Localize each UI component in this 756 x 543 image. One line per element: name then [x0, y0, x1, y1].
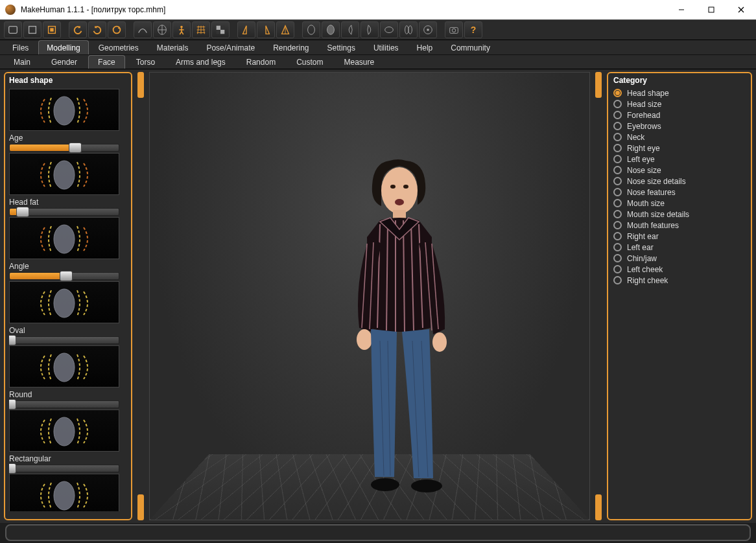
- help-button[interactable]: ?: [464, 21, 482, 38]
- sym-both-button[interactable]: [276, 21, 294, 38]
- right-divider[interactable]: [591, 72, 606, 520]
- category-option-left-eye[interactable]: Left eye: [613, 154, 746, 165]
- primary-tab-community[interactable]: Community: [442, 40, 499, 54]
- head-thumb[interactable]: [9, 217, 119, 259]
- slider-rectangular[interactable]: [9, 465, 119, 472]
- checker-button[interactable]: [211, 21, 230, 38]
- category-option-left-cheek[interactable]: Left cheek: [613, 264, 746, 275]
- category-label: Head shape: [627, 89, 669, 98]
- svg-point-32: [54, 417, 75, 446]
- slider-head-fat[interactable]: [9, 208, 119, 216]
- sym-l-button[interactable]: [237, 21, 255, 38]
- 3d-viewport[interactable]: [149, 72, 590, 520]
- head-thumb[interactable]: [9, 89, 119, 131]
- category-option-nose-size[interactable]: Nose size: [613, 165, 746, 176]
- category-option-right-ear[interactable]: Right ear: [613, 231, 746, 242]
- radio-icon: [613, 210, 622, 218]
- smooth-button[interactable]: [134, 21, 152, 38]
- category-option-head-size[interactable]: Head size: [613, 98, 746, 110]
- toolbar: ?: [0, 19, 756, 40]
- category-label: Chin/jaw: [627, 254, 657, 263]
- primary-tab-rendering[interactable]: Rendering: [265, 40, 317, 54]
- svg-point-12: [180, 26, 183, 29]
- view-front-button[interactable]: [302, 21, 320, 38]
- primary-tab-modelling[interactable]: Modelling: [38, 40, 88, 54]
- slider-round[interactable]: [9, 400, 119, 408]
- svg-point-33: [54, 481, 75, 510]
- toolbar-btn-1[interactable]: [4, 21, 22, 38]
- camera-button[interactable]: [445, 21, 463, 38]
- secondary-tab-main[interactable]: Main: [4, 55, 40, 69]
- primary-tab-help[interactable]: Help: [408, 40, 442, 54]
- secondary-tab-torso[interactable]: Torso: [126, 55, 165, 69]
- category-label: Forehead: [627, 111, 660, 120]
- category-option-mouth-size-details[interactable]: Mouth size details: [613, 209, 746, 220]
- view-back-button[interactable]: [322, 21, 340, 38]
- redo-button[interactable]: [88, 21, 106, 38]
- category-option-chin-jaw[interactable]: Chin/jaw: [613, 253, 746, 264]
- category-option-nose-features[interactable]: Nose features: [613, 187, 746, 198]
- slider-age[interactable]: [9, 144, 119, 152]
- category-option-head-shape[interactable]: Head shape: [613, 87, 746, 98]
- svg-rect-15: [220, 26, 224, 30]
- radio-icon: [613, 122, 622, 130]
- secondary-tab-measure[interactable]: Measure: [334, 55, 384, 69]
- secondary-tab-arms-and-legs[interactable]: Arms and legs: [166, 55, 235, 69]
- head-thumb[interactable]: [9, 281, 119, 323]
- sym-r-button[interactable]: [257, 21, 275, 38]
- category-label: Nose features: [627, 188, 676, 197]
- toolbar-btn-3[interactable]: [43, 21, 61, 38]
- category-option-right-eye[interactable]: Right eye: [613, 143, 746, 154]
- window-minimize-button[interactable]: [667, 0, 696, 19]
- primary-tab-settings[interactable]: Settings: [319, 40, 364, 54]
- category-option-neck[interactable]: Neck: [613, 132, 746, 143]
- wireframe-button[interactable]: [153, 21, 171, 38]
- category-option-mouth-size[interactable]: Mouth size: [613, 198, 746, 209]
- svg-point-18: [308, 25, 315, 34]
- slider-angle[interactable]: [9, 272, 119, 280]
- head-thumb[interactable]: [9, 410, 119, 452]
- radio-icon: [613, 254, 622, 262]
- slider-label: Oval: [9, 326, 127, 335]
- category-option-mouth-features[interactable]: Mouth features: [613, 220, 746, 231]
- slider-oval[interactable]: [9, 336, 119, 344]
- view-reset-button[interactable]: [419, 21, 437, 38]
- status-bar: [5, 524, 751, 541]
- head-thumb[interactable]: [9, 153, 119, 195]
- view-right-button[interactable]: [360, 21, 379, 38]
- secondary-tab-random[interactable]: Random: [237, 55, 285, 69]
- category-option-right-cheek[interactable]: Right cheek: [613, 275, 746, 286]
- secondary-tab-face[interactable]: Face: [88, 55, 125, 69]
- svg-point-20: [385, 27, 394, 33]
- head-thumb[interactable]: [9, 474, 119, 511]
- left-divider[interactable]: [134, 72, 148, 520]
- primary-tab-geometries[interactable]: Geometries: [90, 40, 147, 54]
- secondary-tab-gender[interactable]: Gender: [41, 55, 87, 69]
- slider-label: Round: [9, 390, 127, 399]
- reload-button[interactable]: [108, 21, 126, 38]
- radio-icon: [613, 155, 622, 163]
- head-thumb[interactable]: [9, 345, 119, 387]
- category-option-forehead[interactable]: Forehead: [613, 110, 746, 121]
- window-close-button[interactable]: [726, 0, 756, 19]
- primary-tab-pose/animate[interactable]: Pose/Animate: [198, 40, 263, 54]
- primary-tab-files[interactable]: Files: [4, 40, 37, 54]
- view-feet-button[interactable]: [399, 21, 418, 38]
- category-option-nose-size-details[interactable]: Nose size details: [613, 176, 746, 187]
- category-label: Right cheek: [627, 276, 668, 285]
- pose-mode-button[interactable]: [172, 21, 191, 38]
- category-option-left-ear[interactable]: Left ear: [613, 242, 746, 253]
- slider-label: Rectangular: [9, 454, 127, 463]
- category-option-eyebrows[interactable]: Eyebrows: [613, 121, 746, 132]
- view-left-button[interactable]: [341, 21, 359, 38]
- primary-tab-materials[interactable]: Materials: [148, 40, 197, 54]
- toolbar-btn-2[interactable]: [23, 21, 41, 38]
- radio-icon: [613, 199, 622, 207]
- undo-button[interactable]: [69, 21, 87, 38]
- secondary-tab-custom[interactable]: Custom: [287, 55, 333, 69]
- radio-icon: [613, 111, 622, 119]
- primary-tab-utilities[interactable]: Utilities: [365, 40, 407, 54]
- grid-button[interactable]: [192, 21, 210, 38]
- view-top-button[interactable]: [380, 21, 398, 38]
- window-maximize-button[interactable]: [696, 0, 726, 19]
